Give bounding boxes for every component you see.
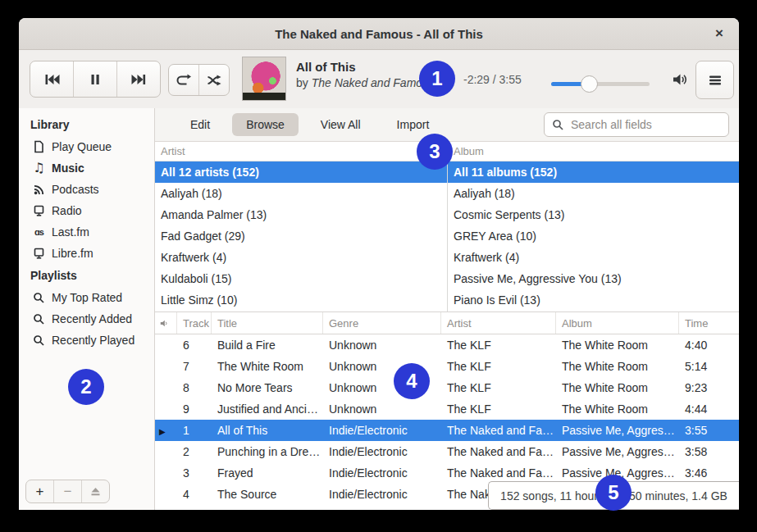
eject-icon [89, 485, 102, 498]
cell-track: 4 [177, 488, 212, 501]
rss-icon [32, 184, 46, 196]
cell-time: 3:58 [679, 445, 739, 458]
playing-column-icon[interactable] [155, 312, 177, 334]
now-playing-icon: ▶ [159, 427, 166, 436]
browser-row[interactable]: Kraftwerk (4) [155, 247, 447, 268]
track-list-header: TrackTitleGenreArtistAlbumTime [155, 312, 739, 334]
track-row[interactable]: 7The White RoomUnknownThe KLFThe White R… [155, 356, 739, 377]
pause-button[interactable] [74, 61, 117, 97]
cell-title: No More Tears [212, 381, 323, 394]
volume-handle[interactable] [581, 75, 598, 93]
album-list: All 11 albums (152)Aaliyah (18)Cosmic Se… [448, 161, 739, 311]
cell-artist: The KLF [441, 402, 556, 416]
track-row[interactable]: 9Justified and Anci…UnknownThe KLFThe Wh… [155, 398, 739, 420]
annotation-badge-3: 3 [417, 134, 453, 170]
cell-genre: Indie/Electronic [323, 424, 441, 437]
cell-title: All of This [212, 424, 323, 437]
cell-artist: The KLF [441, 360, 556, 373]
search-input[interactable] [569, 117, 712, 132]
titlebar[interactable]: The Naked and Famous - All of This × [19, 18, 739, 50]
playback-controls [30, 61, 161, 98]
sidebar-item-recently-played[interactable]: Recently Played [19, 330, 154, 351]
search-box[interactable] [544, 112, 729, 137]
browser-row[interactable]: Kraftwerk (4) [448, 247, 739, 268]
cell-track: 1 [177, 424, 212, 437]
column-header-album[interactable]: Album [556, 312, 679, 334]
cell-artist: The KLF [441, 381, 556, 394]
sidebar-item-podcasts[interactable]: Podcasts [19, 179, 154, 200]
album-pane: Album All 11 albums (152)Aaliyah (18)Cos… [448, 142, 739, 311]
browser-row[interactable]: GREY Area (10) [448, 225, 739, 247]
artist-pane-header: Artist [155, 142, 447, 161]
cell-artist: The Naked and Fa… [441, 466, 556, 480]
sidebar-item-label: Podcasts [52, 183, 99, 196]
browse-toggle-button[interactable]: Browse [232, 113, 299, 136]
eject-button[interactable] [82, 480, 109, 502]
cell-artist: The Naked and Fa… [441, 424, 556, 437]
track-row[interactable]: 8No More TearsUnknownThe KLFThe White Ro… [155, 377, 739, 398]
cell-time: 4:44 [679, 402, 739, 416]
browser-row[interactable]: All 12 artists (152) [155, 161, 447, 183]
import-button[interactable]: Import [383, 113, 444, 136]
now-playing-title: All of This [296, 59, 435, 75]
browser-row[interactable]: Fad Gadget (29) [155, 225, 447, 247]
track-row[interactable]: ▶1All of ThisIndie/ElectronicThe Naked a… [155, 420, 739, 441]
sidebar-item-radio[interactable]: Radio [19, 200, 154, 221]
sidebar-item-music[interactable]: ♫Music [19, 157, 154, 179]
sidebar-item-my-top-rated[interactable]: My Top Rated [19, 287, 154, 308]
cell-genre: Indie/Electronic [323, 488, 441, 501]
remove-playlist-button[interactable]: − [54, 480, 82, 502]
column-header-artist[interactable]: Artist [441, 312, 556, 334]
browser-row[interactable]: Little Simz (10) [155, 289, 447, 311]
volume-slider[interactable] [551, 75, 650, 92]
browser-row[interactable]: All 11 albums (152) [448, 161, 739, 183]
sidebar-item-libre-fm[interactable]: Libre.fm [19, 243, 154, 264]
cell-track: 6 [177, 339, 212, 352]
previous-button[interactable] [30, 61, 74, 97]
browser-row[interactable]: Piano Is Evil (13) [448, 289, 739, 311]
repeat-button[interactable] [169, 65, 199, 95]
track-row[interactable]: 6Build a FireUnknownThe KLFThe White Roo… [155, 334, 739, 356]
track-row[interactable]: 2Punching in a Dre…Indie/ElectronicThe N… [155, 441, 739, 462]
browser-row[interactable]: Aaliyah (18) [155, 183, 447, 204]
column-header-genre[interactable]: Genre [323, 312, 441, 334]
close-button[interactable]: × [708, 22, 731, 45]
annotation-badge-2: 2 [68, 369, 104, 405]
content-area: Library Play Queue♫MusicPodcastsRadioɑsL… [19, 108, 739, 510]
column-header-time[interactable]: Time [679, 312, 739, 334]
repeat-icon [176, 72, 192, 89]
column-header-track[interactable]: Track [177, 312, 212, 334]
player-toolbar: All of This by The Naked and Famous -2:2… [19, 50, 739, 109]
search-icon [32, 334, 46, 347]
column-header-title[interactable]: Title [212, 312, 323, 334]
track-list: TrackTitleGenreArtistAlbumTime 6Build a … [155, 312, 739, 510]
cell-album: The White Room [556, 360, 679, 373]
cell-track: 5 [177, 509, 212, 510]
browser-row[interactable]: Kuldaboli (15) [155, 268, 447, 289]
browser-row[interactable]: Amanda Palmer (13) [155, 204, 447, 225]
screenshot-stage: The Naked and Famous - All of This × [0, 0, 757, 532]
add-playlist-button[interactable]: + [26, 480, 54, 502]
speaker-icon[interactable] [671, 70, 689, 89]
album-art [242, 57, 286, 101]
cell-title: The White Room [212, 360, 323, 373]
album-pane-header: Album [448, 142, 739, 161]
cell-genre: Indie/Electronic [323, 466, 441, 480]
browser-row[interactable]: Cosmic Serpents (13) [448, 204, 739, 225]
sidebar-item-recently-added[interactable]: Recently Added [19, 308, 154, 330]
app-menu-button[interactable] [695, 61, 734, 99]
sidebar-item-last-fm[interactable]: ɑsLast.fm [19, 221, 154, 243]
browser-row[interactable]: Passive Me, Aggressive You (13) [448, 268, 739, 289]
shuffle-button[interactable] [199, 65, 229, 95]
close-icon: × [715, 25, 723, 42]
view-all-button[interactable]: View All [307, 113, 375, 136]
sidebar-item-play-queue[interactable]: Play Queue [19, 136, 154, 157]
sidebar-item-label: Last.fm [52, 225, 89, 239]
cell-album: Passive Me, Aggres… [556, 445, 679, 458]
sidebar-item-label: My Top Rated [52, 291, 122, 304]
library-browser: Artist All 12 artists (152)Aaliyah (18)A… [155, 142, 739, 312]
next-button[interactable] [117, 61, 160, 97]
browser-row[interactable]: Aaliyah (18) [448, 183, 739, 204]
cell-track: 3 [177, 466, 212, 480]
edit-button[interactable]: Edit [176, 113, 224, 136]
